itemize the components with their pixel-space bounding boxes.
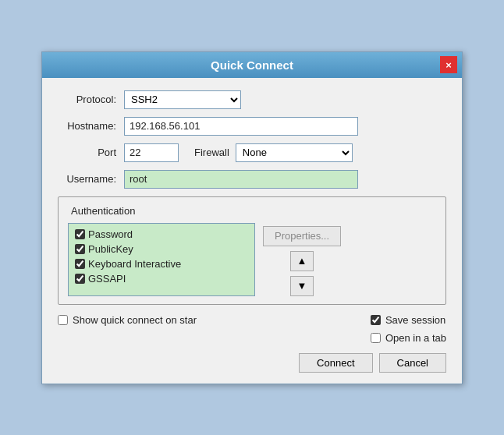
show-quick-connect-row[interactable]: Show quick connect on star — [58, 314, 371, 326]
save-session-row[interactable]: Save session — [371, 314, 445, 326]
auth-item-publickey[interactable]: PublicKey — [75, 243, 248, 255]
username-label: Username: — [58, 173, 124, 185]
open-in-tab-label: Open in a tab — [385, 332, 446, 344]
auth-item-password[interactable]: Password — [75, 228, 248, 240]
auth-item-keyboard[interactable]: Keyboard Interactive — [75, 258, 248, 270]
button-row: Connect Cancel — [58, 353, 446, 373]
quick-connect-dialog: Quick Connect × Protocol: SSH2 SSH1 Teln… — [41, 51, 463, 384]
hostname-row: Hostname: — [58, 117, 446, 136]
show-quick-connect-checkbox[interactable] — [58, 315, 68, 325]
port-input[interactable] — [124, 143, 179, 162]
open-in-tab-row[interactable]: Open in a tab — [371, 332, 446, 344]
port-label: Port — [58, 147, 124, 158]
auth-checkbox-keyboard[interactable] — [75, 259, 85, 269]
up-arrow-button[interactable]: ▲ — [290, 251, 314, 271]
auth-checkbox-gssapi[interactable] — [75, 274, 85, 284]
username-input[interactable] — [124, 170, 358, 189]
down-arrow-button[interactable]: ▼ — [290, 276, 314, 296]
bottom-right: Save session Open in a tab — [371, 314, 446, 347]
down-arrow-icon: ▼ — [297, 280, 307, 292]
auth-inner: Password PublicKey Keyboard Interactive … — [68, 223, 436, 296]
properties-button[interactable]: Properties... — [263, 226, 341, 246]
up-arrow-icon: ▲ — [297, 255, 307, 267]
save-session-label: Save session — [385, 314, 445, 326]
close-button[interactable]: × — [440, 56, 457, 73]
firewall-label: Firewall — [194, 147, 229, 158]
dialog-title: Quick Connect — [211, 58, 293, 72]
auth-checkbox-password[interactable] — [75, 229, 85, 239]
save-session-checkbox[interactable] — [371, 315, 381, 325]
protocol-select[interactable]: SSH2 SSH1 Telnet SFTP — [124, 90, 241, 109]
auth-item-gssapi[interactable]: GSSAPI — [75, 273, 248, 285]
hostname-input[interactable] — [124, 117, 358, 136]
firewall-select[interactable]: None Socks4 Socks5 HTTP — [236, 143, 353, 162]
port-firewall-row: Port Firewall None Socks4 Socks5 HTTP — [58, 143, 446, 162]
bottom-section: Show quick connect on star Save session … — [58, 314, 446, 347]
dialog-body: Protocol: SSH2 SSH1 Telnet SFTP Hostname… — [42, 78, 462, 384]
auth-list: Password PublicKey Keyboard Interactive … — [68, 223, 255, 296]
open-in-tab-checkbox[interactable] — [371, 333, 381, 343]
auth-group-title: Authentication — [71, 205, 436, 217]
hostname-label: Hostname: — [58, 120, 124, 132]
cancel-button[interactable]: Cancel — [379, 353, 446, 373]
protocol-row: Protocol: SSH2 SSH1 Telnet SFTP — [58, 90, 446, 109]
username-row: Username: — [58, 170, 446, 189]
connect-button[interactable]: Connect — [299, 353, 372, 373]
auth-checkbox-publickey[interactable] — [75, 244, 85, 254]
bottom-left: Show quick connect on star — [58, 314, 371, 329]
authentication-group: Authentication Password PublicKey Keyboa… — [58, 196, 446, 305]
title-bar: Quick Connect × — [42, 52, 462, 78]
protocol-label: Protocol: — [58, 94, 124, 105]
auth-buttons: Properties... ▲ ▼ — [263, 223, 341, 296]
show-quick-connect-label: Show quick connect on star — [73, 314, 197, 326]
